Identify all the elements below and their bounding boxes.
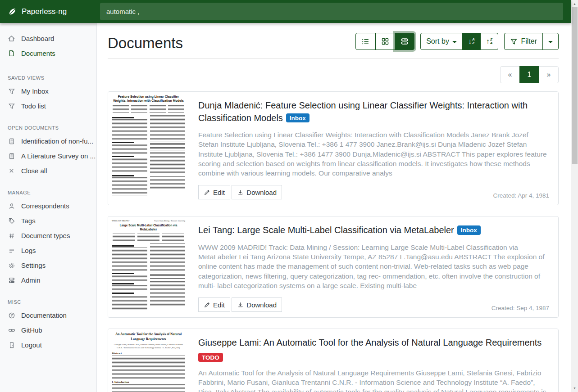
chevron-down-icon <box>452 41 457 43</box>
sort-descending-button[interactable]: ↓AZ <box>462 33 481 50</box>
scrollbar-up-arrow[interactable]: ▲ <box>571 0 578 7</box>
hash-icon <box>8 232 15 239</box>
sidebar-heading-open-documents: OPEN DOCUMENTS <box>0 117 96 134</box>
sidebar-item-close-all[interactable]: Close all <box>0 163 96 178</box>
sidebar-item-documents[interactable]: Documents <box>0 46 96 61</box>
sidebar-item-label: Document types <box>21 232 70 239</box>
inbox-tag-badge[interactable]: Inbox <box>457 225 481 235</box>
sidebar-item-github[interactable]: GitHub <box>0 323 96 338</box>
thumbnail-body <box>112 243 185 311</box>
scrollbar-down-arrow[interactable]: ▼ <box>571 385 578 392</box>
view-list-button[interactable] <box>355 33 376 50</box>
toggles-icon <box>8 276 15 284</box>
toolbar: Sort by ↓AZ ↑ZA <box>355 33 559 51</box>
document-thumbnail[interactable]: Feature Selection using Linear Classifie… <box>108 92 189 205</box>
details-view-icon <box>401 37 409 45</box>
funnel-icon <box>510 38 518 45</box>
sidebar-item-todo-list[interactable]: Todo list <box>0 99 96 113</box>
document-card-body: Dunja Mladenić: Feature Selection using … <box>189 92 558 205</box>
sidebar-item-label: Documentation <box>21 311 67 319</box>
todo-tag-badge[interactable]: TODO <box>198 353 223 362</box>
document-card[interactable]: Feature Selection using Linear Classifie… <box>108 91 559 205</box>
sidebar-item-settings[interactable]: Settings <box>0 258 96 273</box>
sidebar-item-admin[interactable]: Admin <box>0 273 96 288</box>
thumbnail-title: Feature Selection using Linear Classifie… <box>112 95 185 103</box>
sidebar-item-logout[interactable]: Logout <box>0 338 96 352</box>
pencil-icon <box>204 302 210 308</box>
brand[interactable]: Paperless-ng <box>0 7 97 17</box>
download-button[interactable]: Download <box>232 297 282 312</box>
search-input[interactable] <box>100 3 563 20</box>
sidebar-item-dashboard[interactable]: Dashboard <box>0 31 96 46</box>
sidebar-item-label: Tags <box>21 217 36 225</box>
x-icon <box>8 167 15 175</box>
document-title[interactable]: Lei Tang: Large Scale Multi-Label Classi… <box>198 224 549 237</box>
document-title[interactable]: Giuseppe Lami: An Automatic Tool for the… <box>198 337 549 349</box>
chevron-down-icon <box>548 41 553 43</box>
filter-button[interactable]: Filter <box>504 33 543 50</box>
thumbnail-body <box>112 115 185 195</box>
pencil-icon <box>204 189 210 196</box>
sidebar-heading-misc: MISC <box>0 291 96 308</box>
list-view-icon <box>361 37 370 46</box>
document-title[interactable]: Dunja Mladenić: Feature Selection using … <box>198 99 549 124</box>
thumbnail-abstract-label: Abstract <box>112 352 185 355</box>
home-icon <box>8 35 15 42</box>
thumbnail-title: An Automatic Tool for the Analysis of Na… <box>112 332 185 342</box>
sidebar-item-open-doc-2[interactable]: A Literature Survey on ... <box>0 149 96 163</box>
sort-by-label: Sort by <box>426 37 449 45</box>
sort-alpha-up-icon: ↑ZA <box>486 38 493 45</box>
leaf-icon <box>7 7 17 17</box>
document-thumbnail[interactable]: An Automatic Tool for the Analysis of Na… <box>108 329 189 392</box>
document-card[interactable]: An Automatic Tool for the Analysis of Na… <box>108 329 559 392</box>
sidebar-item-logs[interactable]: Logs <box>0 243 96 258</box>
document-excerpt: An Automatic Tool for the Analysis of Na… <box>198 368 549 392</box>
edit-button[interactable]: Edit <box>198 185 230 199</box>
thumbnail-body <box>112 356 185 379</box>
sidebar-item-documentation[interactable]: Documentation <box>0 308 96 323</box>
inbox-tag-badge[interactable]: Inbox <box>286 113 309 123</box>
gear-icon <box>8 261 15 269</box>
document-excerpt: Feature Selection using Linear Classifie… <box>198 130 549 178</box>
sidebar-item-label: Settings <box>21 261 46 269</box>
funnel-icon <box>8 87 15 95</box>
view-mode-group <box>355 33 414 50</box>
sidebar-item-document-types[interactable]: Document types <box>0 228 96 243</box>
sidebar-heading-saved-views: SAVED VIEWS <box>0 67 96 84</box>
list-icon <box>8 247 15 254</box>
pagination-page-1-button[interactable]: 1 <box>519 66 539 83</box>
view-grid-button[interactable] <box>375 33 395 50</box>
document-thumbnail[interactable]: WWW 2009 MADRID!Track: Data Mining / Ses… <box>108 216 189 317</box>
download-button[interactable]: Download <box>232 185 282 199</box>
scrollbar-thumb[interactable] <box>572 7 578 164</box>
sidebar-item-correspondents[interactable]: Correspondents <box>0 198 96 213</box>
document-card[interactable]: WWW 2009 MADRID!Track: Data Mining / Ses… <box>108 216 559 318</box>
pagination-next-button[interactable]: » <box>539 66 559 83</box>
file-text-icon <box>8 137 15 145</box>
documents-icon <box>8 50 15 57</box>
sidebar-item-label: Close all <box>21 167 47 175</box>
thumbnail-authors <box>113 105 184 113</box>
sidebar-item-tags[interactable]: Tags <box>0 213 96 228</box>
sidebar-item-label: GitHub <box>21 326 42 334</box>
header-divider <box>108 58 559 59</box>
grid-view-icon <box>381 37 389 45</box>
tag-icon <box>8 217 15 225</box>
sidebar-item-label: Dashboard <box>21 35 54 42</box>
thumbnail-authors: Giuseppe Lami, Stefania Gnesi, Fabrizio … <box>114 343 183 350</box>
edit-button[interactable]: Edit <box>198 297 230 312</box>
sort-by-button[interactable]: Sort by <box>420 33 463 50</box>
view-details-button[interactable] <box>395 33 414 50</box>
document-card-body: Lei Tang: Large Scale Multi-Label Classi… <box>189 216 558 317</box>
filter-dropdown-button[interactable] <box>542 33 559 50</box>
sidebar-item-label: Admin <box>21 276 41 284</box>
sidebar-item-my-inbox[interactable]: My Inbox <box>0 84 96 99</box>
sidebar: Dashboard Documents SAVED VIEWS My Inbox <box>0 23 97 392</box>
download-icon <box>237 302 244 308</box>
pagination-prev-button[interactable]: « <box>500 66 520 83</box>
sort-ascending-button[interactable]: ↑ZA <box>480 33 499 50</box>
brand-name: Paperless-ng <box>22 7 67 16</box>
sidebar-item-open-doc-1[interactable]: Identification of non-fu... <box>0 134 96 149</box>
sidebar-item-label: Correspondents <box>21 202 69 210</box>
vertical-scrollbar[interactable]: ▲ ▼ <box>571 0 578 392</box>
